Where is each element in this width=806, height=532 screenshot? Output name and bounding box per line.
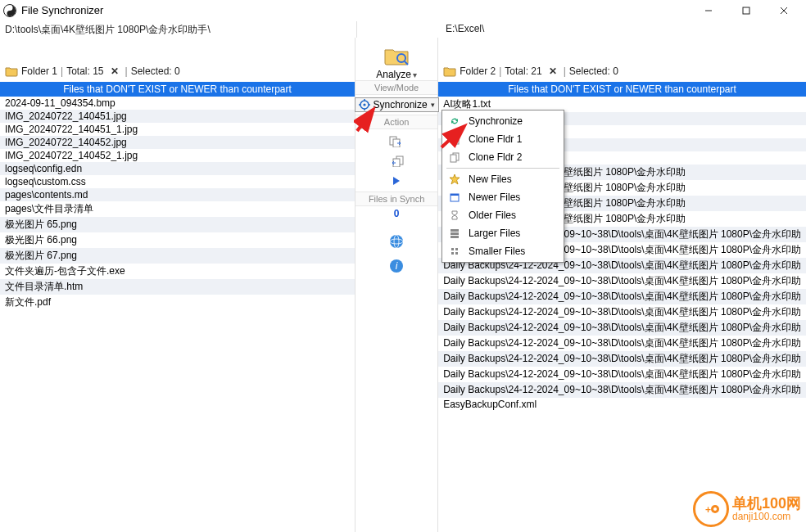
analyze-label: Analyze xyxy=(376,69,411,80)
svg-rect-4 xyxy=(743,7,749,14)
larger-icon xyxy=(447,228,462,239)
titlebar: File Synchronizer xyxy=(0,0,806,21)
dropdown-item-new-files[interactable]: New Files xyxy=(444,170,562,188)
file-row[interactable]: Daily Backups\24-12-2024_09~10~38\D\tool… xyxy=(438,273,806,289)
file-row[interactable]: EasyBackupConf.xml xyxy=(438,398,806,411)
file-row[interactable]: 极光图片 65.png xyxy=(0,217,355,232)
folder1-file-list[interactable]: 2024-09-11_094354.bmpIMG_20240722_140451… xyxy=(0,97,355,532)
file-row[interactable]: IMG_20240722_140452.jpg xyxy=(0,136,355,149)
svg-marker-19 xyxy=(393,177,400,185)
svg-line-42 xyxy=(441,128,463,147)
minimize-button[interactable] xyxy=(690,0,727,21)
svg-rect-34 xyxy=(451,236,459,238)
file-row[interactable]: Daily Backups\24-12-2024_09~10~38\D\tool… xyxy=(438,382,806,398)
annotation-arrow-right xyxy=(438,123,469,151)
folder2-column-header[interactable]: Files that DON'T EXIST or NEWER than cou… xyxy=(438,82,806,97)
file-row[interactable]: 新文件.pdf xyxy=(0,295,355,310)
folder2-clear-button[interactable]: ✕ xyxy=(546,64,560,79)
left-panel: Folder 1 | Total: 15 ✕ | Selected: 0 Fil… xyxy=(0,38,355,532)
file-row[interactable]: 极光图片 67.png xyxy=(0,248,355,264)
dropdown-item-label: Synchronize xyxy=(469,115,523,127)
svg-text:+: + xyxy=(705,504,711,516)
watermark-logo-icon: + xyxy=(693,491,729,527)
folder1-selected: Selected: 0 xyxy=(131,65,180,77)
dropdown-item-smaller-files[interactable]: Smaller Files xyxy=(444,242,562,260)
file-row[interactable]: IMG_20240722_140452_1.jpg xyxy=(0,149,355,162)
svg-point-20 xyxy=(390,235,403,248)
file-row[interactable]: Daily Backups\24-12-2024_09~10~38\D\tool… xyxy=(438,351,806,367)
app-icon xyxy=(3,4,16,17)
folder2-selected: Selected: 0 xyxy=(569,65,618,77)
svg-rect-33 xyxy=(451,232,459,235)
smaller-icon xyxy=(447,246,462,257)
play-icon[interactable] xyxy=(389,174,404,188)
watermark-text2: danji100.com xyxy=(732,512,801,522)
watermark: + 单机100网 danji100.com xyxy=(693,491,801,527)
file-row[interactable]: Daily Backups\24-12-2024_09~10~38\D\tool… xyxy=(438,289,806,304)
dropdown-item-label: Clone Fldr 2 xyxy=(469,151,522,163)
folder1-label[interactable]: Folder 1 xyxy=(21,65,57,77)
svg-rect-35 xyxy=(451,248,454,250)
svg-rect-36 xyxy=(455,248,458,250)
folder1-header: Folder 1 | Total: 15 ✕ | Selected: 0 xyxy=(0,61,355,82)
globe-icon[interactable] xyxy=(389,234,404,249)
dropdown-item-newer-files[interactable]: Newer Files xyxy=(444,188,562,206)
folder1-total: Total: 15 xyxy=(66,65,103,77)
info-icon[interactable]: i xyxy=(389,259,404,273)
svg-rect-28 xyxy=(451,155,456,162)
file-row[interactable]: Daily Backups\24-12-2024_09~10~38\D\tool… xyxy=(438,320,806,336)
folder2-total: Total: 21 xyxy=(505,65,541,77)
folder1-column-header[interactable]: Files that DON'T EXIST or NEWER than cou… xyxy=(0,82,355,97)
dropdown-item-label: Newer Files xyxy=(469,192,520,203)
files-in-synch-label: Files in Synch xyxy=(355,192,437,206)
file-row[interactable]: 文件夹遍历-包含子文件.exe xyxy=(0,264,355,279)
file-row[interactable]: 2024-09-11_094354.bmp xyxy=(0,97,355,110)
file-row[interactable]: pages\contents.md xyxy=(0,188,355,201)
path-left[interactable]: D:\tools\桌面\4K壁纸图片 1080P\金舟水印助手\ xyxy=(0,21,357,38)
folder-icon xyxy=(5,65,18,77)
viewmode-section-label: View/Mode xyxy=(355,80,437,95)
close-button[interactable] xyxy=(765,0,803,21)
new-icon xyxy=(447,174,462,185)
dropdown-item-clone-fldr-2[interactable]: Clone Fldr 2 xyxy=(444,148,562,166)
clone-right-icon xyxy=(447,151,462,163)
chevron-down-icon[interactable]: ▾ xyxy=(431,101,435,109)
dropdown-item-label: Clone Fldr 1 xyxy=(469,133,522,145)
chevron-down-icon[interactable]: ▾ xyxy=(413,70,417,79)
dropdown-item-older-files[interactable]: Older Files xyxy=(444,206,562,224)
svg-line-40 xyxy=(357,111,372,131)
svg-rect-37 xyxy=(451,252,454,255)
path-right[interactable]: E:\Excel\ xyxy=(441,21,806,38)
file-row[interactable]: IMG_20240722_140451.jpg xyxy=(0,110,355,123)
newer-icon xyxy=(447,192,462,203)
copy-left-icon[interactable] xyxy=(389,154,404,169)
svg-rect-38 xyxy=(455,252,458,255)
analyze-button[interactable]: Analyze ▾ xyxy=(355,38,437,80)
maximize-button[interactable] xyxy=(727,0,765,21)
file-row[interactable]: IMG_20240722_140451_1.jpg xyxy=(0,123,355,136)
folder2-label[interactable]: Folder 2 xyxy=(460,65,496,77)
file-row[interactable]: 极光图片 66.png xyxy=(0,232,355,248)
dropdown-item-label: New Files xyxy=(469,174,512,185)
file-row[interactable]: Daily Backups\24-12-2024_09~10~38\D\tool… xyxy=(438,336,806,351)
folder1-clear-button[interactable]: ✕ xyxy=(107,64,122,79)
svg-point-1 xyxy=(9,7,11,8)
copy-right-icon[interactable] xyxy=(389,134,404,149)
svg-text:i: i xyxy=(396,260,398,272)
svg-rect-31 xyxy=(451,194,459,196)
dropdown-item-larger-files[interactable]: Larger Files xyxy=(444,224,562,242)
file-row[interactable]: pages\文件目录清单 xyxy=(0,201,355,217)
svg-marker-29 xyxy=(450,174,460,184)
annotation-arrow-left xyxy=(354,106,382,134)
folder-icon xyxy=(443,65,456,77)
file-row[interactable]: Daily Backups\24-12-2024_09~10~38\D\tool… xyxy=(438,304,806,320)
file-row[interactable]: logseq\custom.css xyxy=(0,175,355,188)
file-row[interactable]: logseq\config.edn xyxy=(0,162,355,175)
dropdown-item-label: Smaller Files xyxy=(469,246,525,257)
watermark-text1: 单机100网 xyxy=(732,496,801,512)
file-row[interactable]: 文件目录清单.htm xyxy=(0,279,355,295)
svg-rect-32 xyxy=(451,229,459,232)
files-in-synch-count: 0 xyxy=(394,206,400,224)
file-row[interactable]: Daily Backups\24-12-2024_09~10~38\D\tool… xyxy=(438,367,806,382)
window-title: File Synchronizer xyxy=(21,4,690,16)
